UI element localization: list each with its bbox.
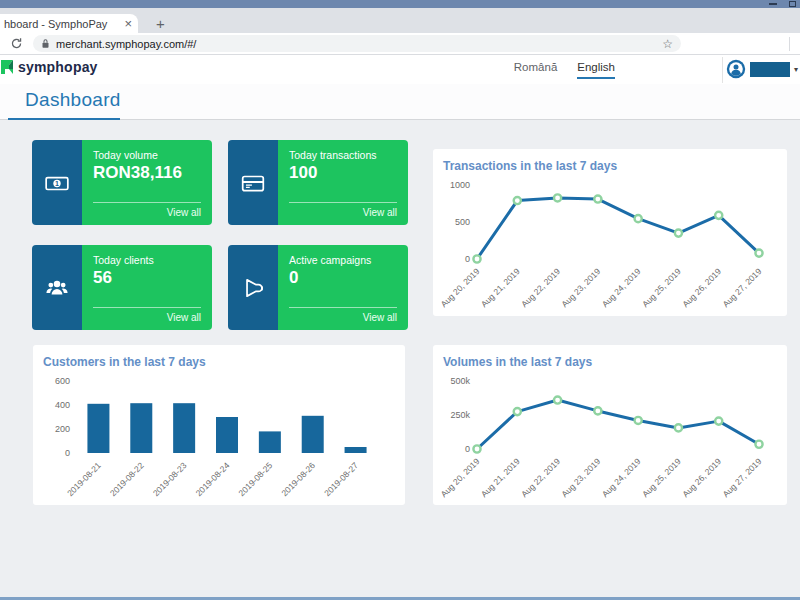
stat-card-active-campaigns: Active campaigns 0 View all bbox=[228, 245, 408, 330]
stat-card-icon-pane bbox=[228, 140, 278, 225]
app-header: symphopay Română English ▾ bbox=[0, 55, 800, 84]
svg-text:2019-08-24: 2019-08-24 bbox=[194, 460, 232, 498]
stat-title: Today volume bbox=[93, 149, 201, 161]
stat-divider bbox=[93, 307, 201, 308]
logo-text: symphopay bbox=[18, 59, 98, 75]
url-input[interactable]: merchant.symphopay.com/#/ ☆ bbox=[33, 35, 681, 52]
svg-text:400: 400 bbox=[55, 400, 70, 410]
user-menu[interactable]: ▾ bbox=[726, 59, 798, 79]
user-name-redacted bbox=[750, 62, 790, 77]
svg-text:600: 600 bbox=[55, 376, 70, 386]
volumes-chart-panel: Volumes in the last 7 days 0250k500kAug … bbox=[433, 345, 787, 505]
stat-card-today-clients: Today clients 56 View all bbox=[32, 245, 212, 330]
avatar-icon bbox=[726, 59, 746, 79]
language-switcher: Română English bbox=[514, 61, 615, 79]
svg-text:2019-08-23: 2019-08-23 bbox=[151, 460, 189, 498]
stat-title: Today transactions bbox=[289, 149, 397, 161]
people-icon bbox=[44, 275, 70, 301]
window-minimize-icon[interactable] bbox=[769, 3, 777, 5]
svg-text:2019-08-21: 2019-08-21 bbox=[65, 460, 103, 498]
stat-card-body: Active campaigns 0 View all bbox=[278, 245, 408, 330]
stat-card-body: Today volume RON38,116 View all bbox=[82, 140, 212, 225]
svg-text:0: 0 bbox=[465, 254, 470, 264]
svg-text:500k: 500k bbox=[450, 376, 470, 386]
page-header: Dashboard bbox=[0, 84, 800, 120]
svg-text:500: 500 bbox=[455, 217, 470, 227]
stat-value: 56 bbox=[93, 268, 201, 288]
refresh-icon[interactable] bbox=[10, 37, 23, 50]
svg-text:Aug 26, 2019: Aug 26, 2019 bbox=[680, 456, 723, 499]
svg-text:Aug 25, 2019: Aug 25, 2019 bbox=[640, 456, 683, 499]
browser-tabbar: hboard - SymphoPay × + bbox=[0, 8, 800, 33]
screen: hboard - SymphoPay × + merchant.symphopa… bbox=[0, 0, 800, 600]
page-title: Dashboard bbox=[25, 89, 121, 111]
browser-tab[interactable]: hboard - SymphoPay × bbox=[0, 14, 138, 33]
svg-text:Aug 24, 2019: Aug 24, 2019 bbox=[600, 266, 643, 309]
svg-text:1000: 1000 bbox=[450, 180, 470, 190]
svg-text:2019-08-25: 2019-08-25 bbox=[236, 460, 274, 498]
svg-text:200: 200 bbox=[55, 424, 70, 434]
stat-title: Today clients bbox=[93, 254, 201, 266]
svg-text:Aug 20, 2019: Aug 20, 2019 bbox=[439, 456, 482, 499]
svg-text:Aug 21, 2019: Aug 21, 2019 bbox=[479, 456, 522, 499]
svg-text:Aug 24, 2019: Aug 24, 2019 bbox=[600, 456, 643, 499]
svg-text:250k: 250k bbox=[450, 410, 470, 420]
svg-text:Aug 23, 2019: Aug 23, 2019 bbox=[559, 456, 602, 499]
navbar-separator bbox=[789, 37, 790, 51]
svg-text:Aug 25, 2019: Aug 25, 2019 bbox=[640, 266, 683, 309]
transactions-chart-panel: Transactions in the last 7 days 05001000… bbox=[433, 149, 787, 316]
view-all-link[interactable]: View all bbox=[93, 312, 201, 323]
bookmark-star-icon[interactable]: ☆ bbox=[662, 38, 673, 50]
window-maximize-icon[interactable] bbox=[789, 1, 796, 7]
credit-card-icon bbox=[240, 170, 266, 196]
view-all-link[interactable]: View all bbox=[289, 312, 397, 323]
svg-text:Aug 23, 2019: Aug 23, 2019 bbox=[559, 266, 602, 309]
stat-card-today-transactions: Today transactions 100 View all bbox=[228, 140, 408, 225]
customers-chart-panel: Customers in the last 7 days 02004006002… bbox=[33, 345, 405, 505]
tab-title: hboard - SymphoPay bbox=[4, 18, 120, 30]
stat-card-body: Today transactions 100 View all bbox=[278, 140, 408, 225]
close-tab-icon[interactable]: × bbox=[124, 17, 132, 30]
stat-value: 0 bbox=[289, 268, 397, 288]
stat-divider bbox=[93, 202, 201, 203]
volumes-line-chart: 0250k500kAug 20, 2019Aug 21, 2019Aug 22,… bbox=[443, 373, 773, 495]
stat-card-icon-pane: 1 bbox=[32, 140, 82, 225]
svg-text:0: 0 bbox=[65, 448, 70, 458]
svg-text:Aug 27, 2019: Aug 27, 2019 bbox=[721, 266, 764, 309]
svg-text:Aug 27, 2019: Aug 27, 2019 bbox=[721, 456, 764, 499]
svg-text:Aug 22, 2019: Aug 22, 2019 bbox=[519, 456, 562, 499]
chart-title: Volumes in the last 7 days bbox=[443, 355, 777, 369]
transactions-line-chart: 05001000Aug 20, 2019Aug 21, 2019Aug 22, … bbox=[443, 177, 773, 305]
stat-divider bbox=[289, 307, 397, 308]
lock-icon bbox=[41, 38, 50, 49]
svg-text:Aug 22, 2019: Aug 22, 2019 bbox=[519, 266, 562, 309]
stat-card-icon-pane bbox=[228, 245, 278, 330]
browser-navbar: merchant.symphopay.com/#/ ☆ bbox=[0, 33, 800, 55]
stat-card-icon-pane bbox=[32, 245, 82, 330]
stat-title: Active campaigns bbox=[289, 254, 397, 266]
symphopay-logo-icon bbox=[0, 59, 14, 75]
svg-text:2019-08-26: 2019-08-26 bbox=[279, 460, 317, 498]
view-all-link[interactable]: View all bbox=[93, 207, 201, 218]
megaphone-icon bbox=[240, 275, 266, 301]
window-titlebar bbox=[0, 0, 800, 8]
dashboard-content: 1 Today volume RON38,116 View all bbox=[0, 120, 800, 597]
header-separator bbox=[722, 57, 723, 83]
url-text: merchant.symphopay.com/#/ bbox=[56, 38, 662, 50]
stat-value: 100 bbox=[289, 163, 397, 183]
new-tab-button[interactable]: + bbox=[148, 14, 173, 33]
svg-text:1: 1 bbox=[55, 180, 59, 187]
stat-card-today-volume: 1 Today volume RON38,116 View all bbox=[32, 140, 212, 225]
symphopay-logo[interactable]: symphopay bbox=[0, 59, 98, 75]
svg-text:Aug 26, 2019: Aug 26, 2019 bbox=[680, 266, 723, 309]
view-all-link[interactable]: View all bbox=[289, 207, 397, 218]
chart-title: Transactions in the last 7 days bbox=[443, 159, 777, 173]
chevron-down-icon: ▾ bbox=[794, 65, 798, 74]
lang-romana-link[interactable]: Română bbox=[514, 61, 557, 79]
stat-value: RON38,116 bbox=[93, 163, 201, 183]
banknote-icon: 1 bbox=[44, 170, 70, 196]
svg-text:0: 0 bbox=[465, 444, 470, 454]
stat-card-body: Today clients 56 View all bbox=[82, 245, 212, 330]
lang-english-link[interactable]: English bbox=[577, 61, 615, 79]
svg-text:2019-08-22: 2019-08-22 bbox=[108, 460, 146, 498]
